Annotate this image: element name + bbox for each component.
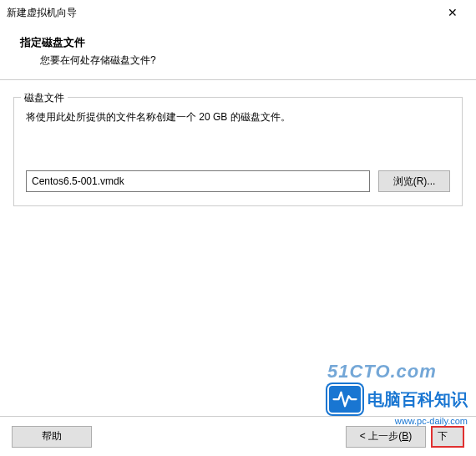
- browse-button[interactable]: 浏览(R)...: [378, 170, 450, 192]
- back-button[interactable]: < 上一步(B): [346, 426, 426, 448]
- file-row: 浏览(R)...: [26, 170, 450, 192]
- watermark-51cto: 51CTO.com: [327, 361, 468, 383]
- watermark-logo-row: 电脑百科知识: [327, 384, 468, 414]
- next-button[interactable]: 下: [431, 426, 464, 448]
- group-label: 磁盘文件: [21, 91, 68, 105]
- content-area: 磁盘文件 将使用此处所提供的文件名称创建一个 20 GB 的磁盘文件。 浏览(R…: [0, 80, 476, 206]
- help-label: 帮助: [42, 430, 62, 442]
- help-button[interactable]: 帮助: [12, 426, 92, 448]
- wizard-footer: 帮助 < 上一步(B) 下: [0, 416, 476, 456]
- group-description: 将使用此处所提供的文件名称创建一个 20 GB 的磁盘文件。: [26, 109, 450, 125]
- watermark-logo-icon: [327, 384, 362, 414]
- close-button[interactable]: ✕: [436, 1, 469, 24]
- wizard-header: 指定磁盘文件 您要在何处存储磁盘文件?: [0, 25, 476, 79]
- titlebar: 新建虚拟机向导 ✕: [0, 0, 476, 25]
- page-subtitle: 您要在何处存储磁盘文件?: [0, 53, 476, 68]
- browse-label: 浏览(R)...: [393, 175, 436, 187]
- disk-file-group: 磁盘文件 将使用此处所提供的文件名称创建一个 20 GB 的磁盘文件。 浏览(R…: [13, 97, 463, 206]
- close-icon: ✕: [448, 6, 458, 19]
- disk-file-input[interactable]: [26, 170, 370, 192]
- watermark-brand: 电脑百科知识: [367, 388, 468, 411]
- next-label: 下: [438, 430, 448, 442]
- back-label: < 上一步(B): [360, 430, 412, 442]
- page-title: 指定磁盘文件: [0, 35, 476, 50]
- window-title: 新建虚拟机向导: [7, 6, 77, 20]
